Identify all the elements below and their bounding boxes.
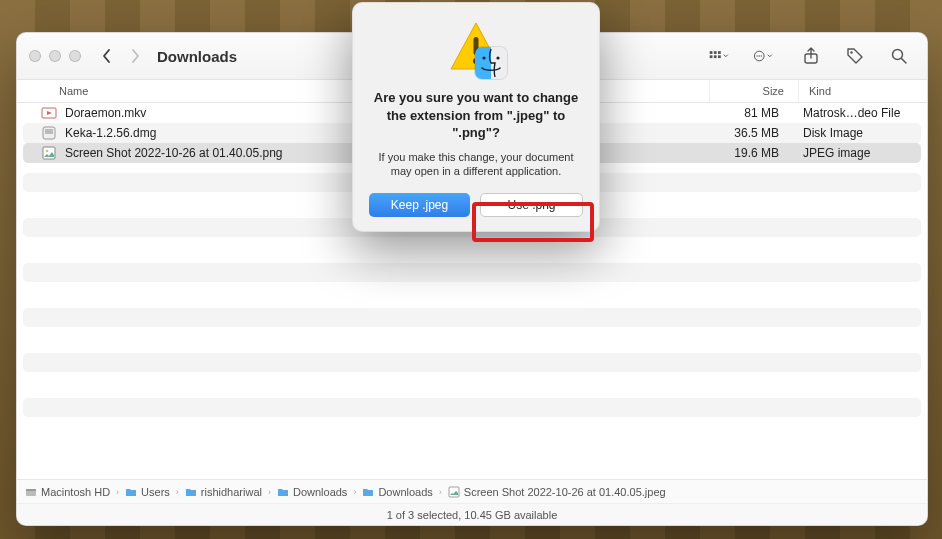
file-kind: Matrosk…deo File: [793, 106, 921, 120]
search-button[interactable]: [883, 44, 915, 68]
file-kind: Disk Image: [793, 126, 921, 140]
path-segment[interactable]: Macintosh HD: [25, 486, 110, 498]
file-kind: JPEG image: [793, 146, 921, 160]
file-size: 81 MB: [703, 106, 793, 120]
tags-button[interactable]: [839, 44, 871, 68]
path-segment[interactable]: Users: [125, 486, 170, 498]
view-options-button[interactable]: [703, 44, 735, 68]
zoom-button[interactable]: [69, 50, 81, 62]
back-button[interactable]: [97, 46, 117, 66]
use-extension-button[interactable]: Use .png: [480, 193, 583, 217]
file-size: 36.5 MB: [703, 126, 793, 140]
svg-rect-16: [43, 147, 55, 159]
video-icon: [41, 105, 57, 121]
svg-rect-19: [26, 489, 36, 491]
path-segment[interactable]: Downloads: [362, 486, 432, 498]
minimize-button[interactable]: [49, 50, 61, 62]
svg-rect-15: [45, 129, 53, 134]
path-segment[interactable]: Screen Shot 2022-10-26 at 01.40.05.jpeg: [448, 486, 666, 498]
status-bar: 1 of 3 selected, 10.45 GB available: [17, 503, 927, 525]
window-controls: [29, 50, 81, 62]
svg-point-17: [46, 150, 49, 153]
keep-extension-button[interactable]: Keep .jpeg: [369, 193, 470, 217]
dialog-buttons: Keep .jpeg Use .png: [369, 193, 583, 217]
extension-change-dialog: Are you sure you want to change the exte…: [352, 2, 600, 232]
svg-point-9: [761, 55, 762, 56]
dialog-title: Are you sure you want to change the exte…: [369, 89, 583, 142]
svg-point-24: [496, 56, 499, 59]
path-segment[interactable]: Downloads: [277, 486, 347, 498]
svg-point-7: [756, 55, 757, 56]
svg-rect-2: [718, 51, 721, 54]
svg-rect-5: [718, 55, 721, 58]
svg-rect-20: [449, 487, 459, 497]
forward-button[interactable]: [125, 46, 145, 66]
path-bar: Macintosh HD› Users› rishidhariwal› Down…: [17, 479, 927, 503]
svg-point-23: [482, 56, 485, 59]
action-menu-button[interactable]: [747, 44, 779, 68]
dialog-body: If you make this change, your document m…: [369, 150, 583, 180]
svg-rect-0: [710, 51, 713, 54]
header-size[interactable]: Size: [709, 80, 799, 102]
file-size: 19.6 MB: [703, 146, 793, 160]
svg-rect-4: [714, 55, 717, 58]
dmg-icon: [41, 125, 57, 141]
close-button[interactable]: [29, 50, 41, 62]
header-kind[interactable]: Kind: [799, 85, 927, 97]
svg-rect-3: [710, 55, 713, 58]
path-segment[interactable]: rishidhariwal: [185, 486, 262, 498]
warning-icon: [447, 19, 505, 77]
status-text: 1 of 3 selected, 10.45 GB available: [387, 509, 558, 521]
svg-point-11: [850, 51, 852, 53]
svg-rect-1: [714, 51, 717, 54]
share-button[interactable]: [795, 44, 827, 68]
svg-point-8: [759, 55, 760, 56]
finder-badge-icon: [475, 47, 507, 79]
window-title: Downloads: [157, 48, 237, 65]
image-icon: [41, 145, 57, 161]
